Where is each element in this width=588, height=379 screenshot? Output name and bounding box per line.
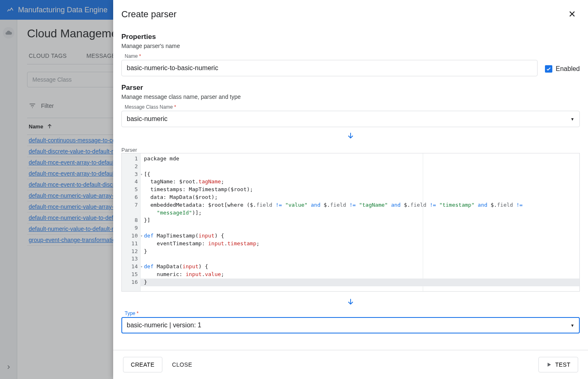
chevron-down-icon: ▼ — [570, 117, 574, 121]
create-button[interactable]: CREATE — [123, 357, 162, 372]
panel-header: Create parser ✕ — [113, 0, 588, 23]
chevron-down-icon: ▼ — [570, 323, 574, 328]
type-select[interactable]: basic-numeric | version: 1 ▼ — [121, 317, 580, 333]
panel-footer: CREATE CLOSE TEST — [113, 350, 588, 379]
play-icon — [546, 362, 552, 368]
panel-title: Create parser — [121, 9, 177, 20]
message-class-name-select[interactable]: basic-numeric ▼ — [121, 111, 580, 127]
mcn-label: Message Class Name * — [121, 104, 580, 110]
type-value: basic-numeric | version: 1 — [127, 322, 201, 329]
create-parser-panel: Create parser ✕ Properties Manage parser… — [113, 0, 588, 379]
type-label: Type * — [121, 311, 580, 316]
code-editor[interactable]: 1 2 3 4 5 6 7 8 9 10 11 12 13 14 15 16 p… — [121, 153, 580, 292]
name-label: Name * — [121, 53, 580, 59]
code-content[interactable]: package mde [{ tagName: $root.tagName; t… — [141, 153, 579, 291]
name-input[interactable] — [121, 60, 538, 76]
enabled-checkbox[interactable]: Enabled — [545, 65, 580, 73]
panel-body: Properties Manage parser's name Name * E… — [113, 23, 588, 350]
editor-gutter: 1 2 3 4 5 6 7 8 9 10 11 12 13 14 15 16 — [122, 153, 141, 291]
close-icon[interactable]: ✕ — [568, 9, 576, 20]
checkbox-icon — [545, 65, 552, 73]
enabled-label: Enabled — [556, 65, 580, 73]
close-button[interactable]: CLOSE — [172, 361, 192, 368]
parser-heading: Parser — [121, 84, 580, 92]
properties-sub: Manage parser's name — [121, 43, 580, 49]
mcn-value: basic-numeric — [127, 115, 168, 123]
test-button[interactable]: TEST — [538, 357, 578, 372]
parser-sub: Manage message class name, parser and ty… — [121, 94, 580, 100]
flow-arrow-down-icon — [121, 127, 580, 144]
editor-label: Parser — [121, 147, 580, 153]
flow-arrow-down-icon — [121, 293, 580, 311]
properties-heading: Properties — [121, 33, 580, 41]
